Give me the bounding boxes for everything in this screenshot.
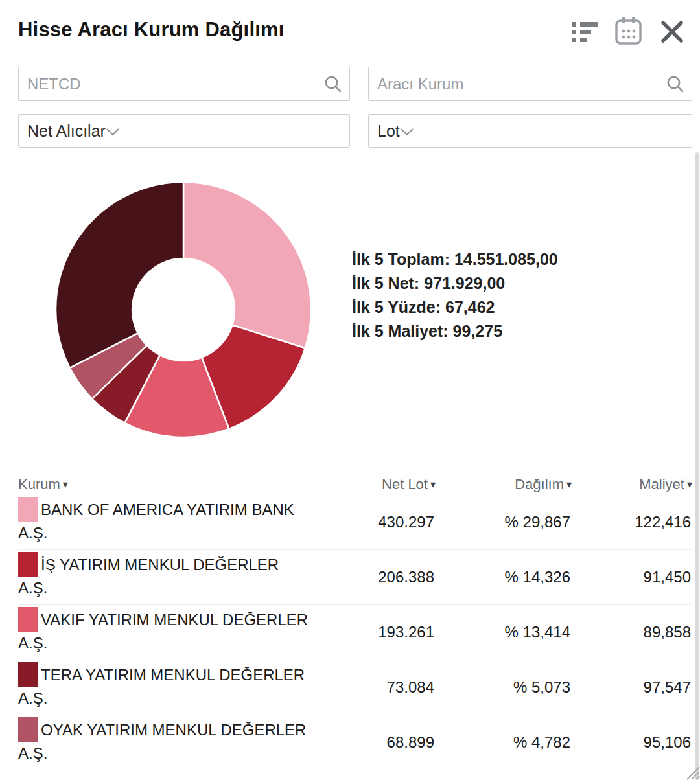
dagilim-value: % 14,326 <box>436 568 572 586</box>
table-row: TERA YATIRIM MENKUL DEĞERLERA.Ş. 73.084 … <box>18 660 692 715</box>
top5-stats: İlk 5 Toplam: 14.551.085,00 İlk 5 Net: 9… <box>352 247 558 343</box>
column-header-maliyet[interactable]: Maliyet▾ <box>572 476 692 493</box>
page-title: Hisse Aracı Kurum Dağılımı <box>18 18 285 41</box>
row-color-swatch <box>18 607 38 632</box>
net-lot-value: 68.899 <box>313 733 436 751</box>
dagilim-value: % 5,073 <box>436 678 572 696</box>
search-icon[interactable] <box>324 75 342 93</box>
maliyet-value: 91,450 <box>572 568 692 586</box>
net-lot-value: 73.084 <box>313 678 436 696</box>
maliyet-value: 97,547 <box>572 678 692 696</box>
unit-select[interactable]: Lot <box>368 114 692 148</box>
net-lot-value: 193.261 <box>313 623 436 641</box>
close-icon[interactable] <box>659 18 686 45</box>
table-row: OYAK YATIRIM MENKUL DEĞERLERA.Ş. 68.899 … <box>18 715 692 770</box>
row-color-swatch <box>18 497 38 522</box>
broker-name-suffix: A.Ş. <box>18 687 313 710</box>
net-lot-value: 206.388 <box>313 568 436 586</box>
broker-name-suffix: A.Ş. <box>18 522 313 545</box>
symbol-search-input[interactable] <box>19 67 349 100</box>
row-color-swatch <box>18 662 38 687</box>
broker-name: VAKIF YATIRIM MENKUL DEĞERLER <box>41 611 308 628</box>
search-icon[interactable] <box>666 75 684 93</box>
maliyet-value: 95,106 <box>572 733 692 751</box>
net-lot-value: 430.297 <box>313 513 436 531</box>
header-toolbar <box>570 16 686 48</box>
column-header-netlot[interactable]: Net Lot▾ <box>313 476 436 493</box>
row-color-swatch <box>18 552 38 577</box>
side-select[interactable]: Net Alıcılar <box>18 114 350 148</box>
dagilim-value: % 29,867 <box>436 513 572 531</box>
symbol-search-field <box>18 67 350 101</box>
broker-table: Kurum▾ Net Lot▾ Dağılım▾ Maliyet▾ BANK O… <box>18 474 692 770</box>
top5-cost: İlk 5 Maliyet: 99,275 <box>352 319 558 343</box>
top5-net: İlk 5 Net: 971.929,00 <box>352 271 558 295</box>
broker-name: TERA YATIRIM MENKUL DEĞERLER <box>41 666 305 683</box>
top5-total: İlk 5 Toplam: 14.551.085,00 <box>352 247 558 271</box>
broker-name-suffix: A.Ş. <box>18 577 313 600</box>
list-view-icon[interactable] <box>570 19 599 45</box>
dagilim-value: % 13,414 <box>436 623 572 641</box>
resize-grip-icon[interactable] <box>679 759 700 780</box>
table-row: VAKIF YATIRIM MENKUL DEĞERLERA.Ş. 193.26… <box>18 605 692 660</box>
sort-down-icon: ▾ <box>430 479 436 490</box>
donut-slice[interactable] <box>183 182 311 348</box>
dagilim-value: % 4,782 <box>436 733 572 751</box>
maliyet-value: 89,858 <box>572 623 692 641</box>
broker-table-header: Kurum▾ Net Lot▾ Dağılım▾ Maliyet▾ <box>18 474 692 495</box>
vertical-scrollbar[interactable] <box>695 152 699 780</box>
table-row: İŞ YATIRIM MENKUL DEĞERLERA.Ş. 206.388 %… <box>18 550 692 605</box>
sort-down-icon: ▾ <box>687 479 692 490</box>
sort-down-icon: ▾ <box>566 479 572 490</box>
maliyet-value: 122,416 <box>572 513 692 531</box>
chevron-down-icon <box>106 122 120 141</box>
broker-name: İŞ YATIRIM MENKUL DEĞERLER <box>41 556 279 573</box>
unit-select-value: Lot <box>377 122 400 141</box>
column-header-kurum[interactable]: Kurum▾ <box>18 476 313 493</box>
broker-name: OYAK YATIRIM MENKUL DEĞERLER <box>41 721 306 739</box>
broker-name-suffix: A.Ş. <box>18 742 313 765</box>
table-row: BANK OF AMERICA YATIRIM BANKA.Ş. 430.297… <box>18 495 692 550</box>
donut-slice[interactable] <box>56 182 183 368</box>
side-select-value: Net Alıcılar <box>27 122 106 141</box>
calendar-icon[interactable] <box>613 16 644 48</box>
broker-search-field <box>368 67 692 101</box>
row-color-swatch <box>18 717 38 742</box>
broker-name-suffix: A.Ş. <box>18 632 313 655</box>
sort-down-icon: ▾ <box>63 479 68 490</box>
broker-search-input[interactable] <box>369 67 692 100</box>
chevron-down-icon <box>400 122 414 141</box>
broker-name: BANK OF AMERICA YATIRIM BANK <box>41 501 294 518</box>
broker-distribution-donut-chart[interactable] <box>54 180 313 439</box>
top5-percent: İlk 5 Yüzde: 67,462 <box>352 295 558 319</box>
column-header-dagilim[interactable]: Dağılım▾ <box>436 476 572 493</box>
